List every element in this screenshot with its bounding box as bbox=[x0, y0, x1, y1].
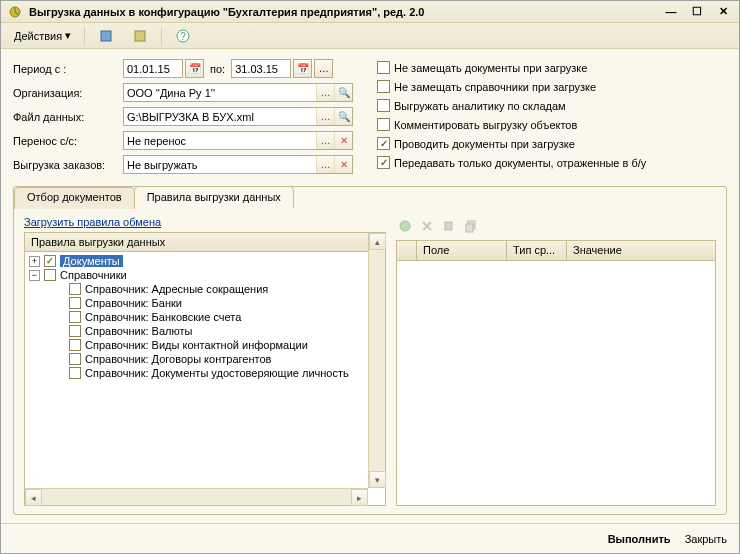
checkbox-icon[interactable]: ✓ bbox=[44, 255, 56, 267]
period-from-input[interactable] bbox=[123, 59, 183, 78]
separator bbox=[84, 27, 85, 45]
checkbox-column: Не замещать документы при загрузке Не за… bbox=[377, 59, 646, 174]
check-label: Выгружать аналитику по складам bbox=[394, 100, 566, 112]
grid-col-marker[interactable] bbox=[397, 241, 417, 260]
period-to-input[interactable] bbox=[231, 59, 291, 78]
file-open-button[interactable]: 🔍 bbox=[334, 108, 352, 125]
add-icon[interactable] bbox=[396, 217, 414, 235]
load-rules-link[interactable]: Загрузить правила обмена bbox=[24, 216, 386, 228]
scrollbar-horizontal[interactable]: ◂ ▸ bbox=[25, 488, 368, 505]
rules-left: Загрузить правила обмена Правила выгрузк… bbox=[24, 216, 386, 506]
tree-item-label: Справочник: Адресные сокращения bbox=[85, 283, 268, 295]
file-select-button[interactable]: … bbox=[316, 108, 334, 125]
toolbar-icon-1[interactable] bbox=[91, 25, 121, 47]
window-title: Выгрузка данных в конфигурацию "Бухгалте… bbox=[29, 6, 655, 18]
calendar-from-icon[interactable]: 📅 bbox=[185, 59, 204, 78]
actions-label: Действия bbox=[14, 30, 62, 42]
transfer-input[interactable] bbox=[124, 132, 316, 149]
org-field: … 🔍 bbox=[123, 83, 353, 102]
org-search-button[interactable]: 🔍 bbox=[334, 84, 352, 101]
transfer-label: Перенос с/с: bbox=[13, 135, 123, 147]
tree-node-refs[interactable]: − Справочники bbox=[25, 268, 385, 282]
checkbox-icon[interactable] bbox=[44, 269, 56, 281]
collapse-icon[interactable]: − bbox=[29, 270, 40, 281]
maximize-button[interactable]: ☐ bbox=[687, 4, 707, 20]
orders-select-button[interactable]: … bbox=[316, 156, 334, 173]
svg-rect-2 bbox=[135, 31, 145, 41]
scrollbar-vertical[interactable]: ▴ ▾ bbox=[368, 233, 385, 488]
org-input[interactable] bbox=[124, 84, 316, 101]
svg-rect-8 bbox=[466, 224, 473, 232]
tree-item[interactable]: Справочник: Валюты bbox=[25, 324, 385, 338]
check-label: Комментировать выгрузку объектов bbox=[394, 119, 577, 131]
close-button[interactable]: ✕ bbox=[713, 4, 733, 20]
tabs: Отбор документов Правила выгрузки данных bbox=[14, 186, 726, 208]
tab-filter-docs[interactable]: Отбор документов bbox=[14, 187, 135, 209]
toolbar-icon-2[interactable] bbox=[125, 25, 155, 47]
transfer-clear-button[interactable]: ✕ bbox=[334, 132, 352, 149]
copy-icon[interactable] bbox=[440, 217, 458, 235]
minimize-button[interactable]: — bbox=[661, 4, 681, 20]
scroll-left-icon[interactable]: ◂ bbox=[25, 489, 42, 506]
tree-node-docs[interactable]: + ✓ Документы bbox=[25, 254, 385, 268]
org-label: Организация: bbox=[13, 87, 123, 99]
orders-clear-button[interactable]: ✕ bbox=[334, 156, 352, 173]
tree-item[interactable]: Справочник: Адресные сокращения bbox=[25, 282, 385, 296]
close-button-footer[interactable]: Закрыть bbox=[685, 533, 727, 545]
check-analytics[interactable]: Выгружать аналитику по складам bbox=[377, 99, 646, 112]
app-icon bbox=[7, 4, 23, 20]
checkbox-icon bbox=[377, 118, 390, 131]
scroll-down-icon[interactable]: ▾ bbox=[369, 471, 386, 488]
tree-header: Правила выгрузки данных bbox=[25, 233, 385, 252]
titlebar: Выгрузка данных в конфигурацию "Бухгалте… bbox=[1, 1, 739, 23]
check-no-replace-docs[interactable]: Не замещать документы при загрузке bbox=[377, 61, 646, 74]
checkbox-icon[interactable] bbox=[69, 339, 81, 351]
grid-col-type[interactable]: Тип ср... bbox=[507, 241, 567, 260]
scroll-up-icon[interactable]: ▴ bbox=[369, 233, 386, 250]
transfer-select-button[interactable]: … bbox=[316, 132, 334, 149]
separator bbox=[161, 27, 162, 45]
checkbox-icon[interactable] bbox=[69, 367, 81, 379]
calendar-to-icon[interactable]: 📅 bbox=[293, 59, 312, 78]
tree-item-label: Справочник: Банки bbox=[85, 297, 182, 309]
period-row: 📅 по: 📅 … bbox=[123, 59, 353, 78]
grid-col-field[interactable]: Поле bbox=[417, 241, 507, 260]
org-select-button[interactable]: … bbox=[316, 84, 334, 101]
tree-item[interactable]: Справочник: Документы удостоверяющие лич… bbox=[25, 366, 385, 380]
expand-icon[interactable]: + bbox=[29, 256, 40, 267]
form-left: Период с : 📅 по: 📅 … Организация: … 🔍 Фа… bbox=[13, 59, 353, 174]
check-post-docs[interactable]: ✓Проводить документы при загрузке bbox=[377, 137, 646, 150]
actions-menu[interactable]: Действия ▾ bbox=[7, 26, 78, 45]
svg-rect-6 bbox=[445, 222, 452, 230]
checkbox-icon[interactable] bbox=[69, 325, 81, 337]
scroll-right-icon[interactable]: ▸ bbox=[351, 489, 368, 506]
checkbox-icon[interactable] bbox=[69, 283, 81, 295]
checkbox-icon[interactable] bbox=[69, 311, 81, 323]
col-label: Тип ср... bbox=[513, 244, 555, 256]
paste-icon[interactable] bbox=[462, 217, 480, 235]
period-more-button[interactable]: … bbox=[314, 59, 333, 78]
tree-body[interactable]: + ✓ Документы − Справочники Справочник: … bbox=[25, 252, 385, 505]
delete-icon[interactable] bbox=[418, 217, 436, 235]
tree-item-label: Справочник: Валюты bbox=[85, 325, 192, 337]
tree-item[interactable]: Справочник: Виды контактной информации bbox=[25, 338, 385, 352]
orders-input[interactable] bbox=[124, 156, 316, 173]
tree-wrap: Правила выгрузки данных + ✓ Документы − bbox=[24, 232, 386, 506]
grid-body[interactable] bbox=[397, 261, 715, 505]
tab-export-rules[interactable]: Правила выгрузки данных bbox=[134, 186, 294, 208]
checkbox-icon[interactable] bbox=[69, 297, 81, 309]
help-button[interactable]: ? bbox=[168, 25, 198, 47]
checkbox-icon[interactable] bbox=[69, 353, 81, 365]
check-no-replace-refs[interactable]: Не замещать справочники при загрузке bbox=[377, 80, 646, 93]
toolbar: Действия ▾ ? bbox=[1, 23, 739, 49]
tree-item[interactable]: Справочник: Договоры контрагентов bbox=[25, 352, 385, 366]
check-comments[interactable]: Комментировать выгрузку объектов bbox=[377, 118, 646, 131]
tree-item[interactable]: Справочник: Банковские счета bbox=[25, 310, 385, 324]
tree-item[interactable]: Справочник: Банки bbox=[25, 296, 385, 310]
check-only-reflected[interactable]: ✓Передавать только документы, отраженные… bbox=[377, 156, 646, 169]
file-field: … 🔍 bbox=[123, 107, 353, 126]
grid-col-value[interactable]: Значение bbox=[567, 241, 715, 260]
tree-header-label: Правила выгрузки данных bbox=[31, 236, 165, 248]
file-input[interactable] bbox=[124, 108, 316, 125]
execute-button[interactable]: Выполнить bbox=[608, 533, 671, 545]
